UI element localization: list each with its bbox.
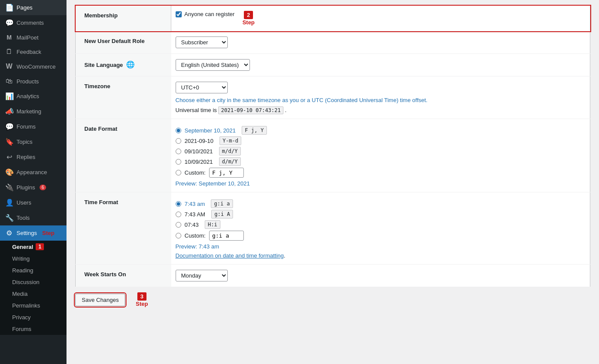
topics-icon: 🔖 <box>5 138 13 146</box>
submenu-item-forums[interactable]: Forums <box>0 323 67 335</box>
date-format-radio-4[interactable] <box>176 159 181 165</box>
membership-row: Membership Anyone can register 2 Step <box>76 6 590 31</box>
week-starts-label: Week Starts On <box>76 265 171 287</box>
plugins-icon: 🔌 <box>5 183 13 192</box>
week-starts-row: Week Starts On Sunday Monday Tuesday Wed… <box>76 265 590 287</box>
membership-checkbox[interactable] <box>176 11 182 17</box>
date-format-radio-2[interactable] <box>176 138 181 144</box>
sidebar-item-marketing[interactable]: 📣 Marketing <box>0 104 67 119</box>
submenu-item-reading[interactable]: Reading <box>0 265 67 276</box>
sidebar-item-woocommerce[interactable]: W WooCommerce <box>0 59 67 74</box>
step3-label: Step <box>136 301 148 307</box>
date-format-code-1: F j, Y <box>242 126 266 135</box>
submenu-item-privacy[interactable]: Privacy <box>0 311 67 323</box>
timezone-row: Timezone UTC+0 UTC-5 UTC+1 UTC+8 Choose … <box>76 76 590 119</box>
mailpoet-icon: M <box>5 34 13 41</box>
date-format-cell: September 10, 2021 F j, Y 2021-09-10 Y-m… <box>171 119 590 192</box>
sidebar-item-settings[interactable]: ⚙ Settings Step <box>0 225 67 241</box>
sidebar-item-plugins[interactable]: 🔌 Plugins 6 <box>0 180 67 195</box>
date-format-option-2: 2021-09-10 Y-m-d <box>176 136 586 145</box>
date-format-preview: Preview: September 10, 2021 <box>176 180 586 187</box>
date-format-custom-input[interactable] <box>209 168 244 178</box>
site-language-select[interactable]: English (United States) English (UK) Esp… <box>176 59 250 71</box>
comments-icon: 💬 <box>5 19 13 27</box>
woocommerce-icon: W <box>5 63 13 70</box>
time-format-row: Time Format 7:43 am g:i a 7:43 AM g:i A <box>76 192 590 265</box>
week-starts-select[interactable]: Sunday Monday Tuesday Wednesday Thursday… <box>176 270 228 281</box>
time-format-doc: Documentation on date and time formattin… <box>176 252 586 259</box>
time-format-custom: Custom: <box>176 231 586 241</box>
step3-badge: 3 <box>137 292 146 301</box>
step3-group: 3 Step <box>136 292 148 307</box>
step2-label: Step <box>243 19 255 26</box>
week-starts-cell: Sunday Monday Tuesday Wednesday Thursday… <box>171 265 590 287</box>
sidebar-item-tools[interactable]: 🔧 Tools <box>0 210 67 225</box>
submenu-item-general[interactable]: General 1 <box>0 241 67 253</box>
membership-cell: Anyone can register 2 Step <box>171 6 590 31</box>
time-format-radio-custom[interactable] <box>176 233 181 238</box>
timezone-info: Choose either a city in the same timezon… <box>176 97 586 103</box>
sidebar-item-topics[interactable]: 🔖 Topics <box>0 134 67 149</box>
sidebar-item-products[interactable]: 🛍 Products <box>0 74 67 89</box>
submenu-item-writing[interactable]: Writing <box>0 253 67 265</box>
submenu-item-discussion[interactable]: Discussion <box>0 276 67 288</box>
time-format-option-1: 7:43 am g:i a <box>176 199 586 208</box>
time-format-radio-2[interactable] <box>176 212 181 217</box>
doc-link[interactable]: Documentation on date and time formattin… <box>176 252 284 259</box>
site-language-row: Site Language 🌐 English (United States) … <box>76 54 590 76</box>
sidebar: 📄 Pages 💬 Comments M MailPoet 🗒 Feedback… <box>0 0 67 364</box>
save-row: Save Changes 3 Step <box>75 287 590 307</box>
time-format-radio-1[interactable] <box>176 201 181 207</box>
plugins-badge: 6 <box>40 185 47 190</box>
sidebar-item-feedback[interactable]: 🗒 Feedback <box>0 44 67 59</box>
date-format-code-2: Y-m-d <box>220 136 241 145</box>
marketing-icon: 📣 <box>5 107 13 116</box>
date-format-label: Date Format <box>76 119 171 192</box>
replies-icon: ↩ <box>5 153 13 161</box>
date-format-radio-custom[interactable] <box>176 170 181 175</box>
date-format-option-1: September 10, 2021 F j, Y <box>176 126 586 135</box>
users-icon: 👤 <box>5 199 13 207</box>
timezone-cell: UTC+0 UTC-5 UTC+1 UTC+8 Choose either a … <box>171 76 590 119</box>
forums-icon: 💬 <box>5 122 13 131</box>
sidebar-item-replies[interactable]: ↩ Replies <box>0 149 67 165</box>
time-format-code-3: H:i <box>205 220 220 229</box>
membership-checkbox-label[interactable]: Anyone can register <box>184 11 235 17</box>
feedback-icon: 🗒 <box>5 48 13 56</box>
sidebar-item-appearance[interactable]: 🎨 Appearance <box>0 165 67 180</box>
membership-checkbox-wrap: Anyone can register <box>176 11 235 17</box>
date-format-radio-3[interactable] <box>176 149 181 154</box>
time-format-code-2: g:i A <box>211 210 233 218</box>
step1-badge: 1 <box>36 243 44 250</box>
submenu-item-media[interactable]: Media <box>0 288 67 300</box>
universal-time-value: 2021-09-10 07:43:21 <box>218 106 283 114</box>
date-format-radio-1[interactable] <box>176 128 181 133</box>
save-changes-button[interactable]: Save Changes <box>75 294 125 306</box>
tools-icon: 🔧 <box>5 214 13 222</box>
membership-label: Membership <box>76 6 171 31</box>
new-user-role-select[interactable]: Subscriber Contributor Author Editor Adm… <box>176 36 228 48</box>
sidebar-item-comments[interactable]: 💬 Comments <box>0 15 67 30</box>
sidebar-item-mailpoet[interactable]: M MailPoet <box>0 30 67 44</box>
settings-table: Membership Anyone can register 2 Step <box>75 5 590 287</box>
sidebar-item-users[interactable]: 👤 Users <box>0 195 67 210</box>
universal-time: Universal time is 2021-09-10 07:43:21 . <box>176 107 586 113</box>
site-language-label: Site Language 🌐 <box>76 54 171 76</box>
time-format-radio-3[interactable] <box>176 222 181 228</box>
sidebar-item-pages[interactable]: 📄 Pages <box>0 0 67 15</box>
submenu-item-permalinks[interactable]: Permalinks <box>0 300 67 311</box>
sidebar-item-analytics[interactable]: 📊 Analytics <box>0 89 67 104</box>
time-format-code-1: g:i a <box>211 199 233 208</box>
date-format-code-4: d/m/Y <box>219 157 241 166</box>
new-user-role-row: New User Default Role Subscriber Contrib… <box>76 31 590 54</box>
time-format-custom-input[interactable] <box>209 231 244 241</box>
pages-icon: 📄 <box>5 3 13 12</box>
date-format-code-3: m/d/Y <box>219 147 241 156</box>
step2-badge: 2 <box>244 11 253 19</box>
sidebar-item-forums[interactable]: 💬 Forums <box>0 119 67 134</box>
time-format-preview: Preview: 7:43 am <box>176 243 586 250</box>
appearance-icon: 🎨 <box>5 168 13 176</box>
settings-icon: ⚙ <box>5 229 13 237</box>
date-format-option-3: 09/10/2021 m/d/Y <box>176 147 586 156</box>
timezone-select[interactable]: UTC+0 UTC-5 UTC+1 UTC+8 <box>176 82 228 93</box>
